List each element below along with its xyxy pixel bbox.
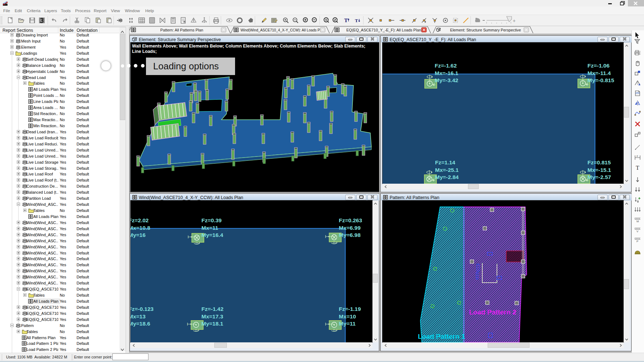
svg-text:P: P (636, 240, 638, 243)
svg-text:Load Pattern 2: Load Pattern 2 (469, 308, 516, 316)
svg-text:Element: Structure Summary Per: Element: Structure Summary Perspective (450, 28, 521, 32)
svg-text:Fz=-1.62: Fz=-1.62 (435, 63, 457, 69)
svg-text:Fz=-1.06: Fz=-1.06 (587, 63, 610, 69)
svg-text:M: M (636, 220, 639, 223)
svg-text:Mx=6.99: Mx=6.99 (339, 225, 361, 231)
svg-text:My=-2.84: My=-2.84 (435, 174, 459, 180)
svg-text:Fz=-1.19: Fz=-1.19 (339, 306, 361, 312)
svg-text:Fz=2.02: Fz=2.02 (131, 217, 148, 223)
svg-text:My=-2.57: My=-2.57 (587, 174, 611, 180)
svg-text:My=6.98: My=6.98 (339, 232, 361, 238)
svg-text:My=18.6: My=18.6 (131, 321, 150, 327)
svg-text:Mx=10.8: Mx=10.8 (131, 225, 150, 231)
svg-text:T: T (344, 18, 348, 23)
svg-text:Fz=-1.42: Fz=-1.42 (201, 306, 224, 312)
svg-text:Fz=0.39: Fz=0.39 (201, 217, 222, 223)
svg-text:Mx=10: Mx=10 (339, 313, 356, 319)
svg-text:Fz=-0.123: Fz=-0.123 (131, 306, 154, 312)
svg-text:Pattern: All Patterns Plan: Pattern: All Patterns Plan (160, 28, 203, 32)
svg-text:d: d (636, 155, 638, 157)
svg-text:Fz=0.263: Fz=0.263 (339, 217, 362, 223)
svg-text:My=11: My=11 (339, 321, 356, 327)
svg-text:Mx=-25.1: Mx=-25.1 (435, 167, 459, 173)
svg-text:My=16: My=16 (131, 232, 146, 238)
svg-text:My=16.4: My=16.4 (201, 232, 223, 238)
svg-text:Mx=-16.1: Mx=-16.1 (435, 70, 458, 76)
svg-text:My=-0.815: My=-0.815 (587, 77, 614, 83)
svg-text:T: T (355, 18, 358, 23)
svg-text:Fz=1.14: Fz=1.14 (435, 159, 455, 165)
svg-text:V: V (636, 230, 639, 233)
svg-text:Mx=-11.4: Mx=-11.4 (587, 70, 611, 76)
svg-text:Mx=17.3: Mx=17.3 (201, 313, 223, 319)
svg-text:Fz=0.815: Fz=0.815 (587, 159, 611, 165)
svg-text:My=-3.42: My=-3.42 (435, 77, 458, 83)
svg-text:Wind(Wind_ASCE710_4_X-Y_CCW):: Wind(Wind_ASCE710_4_X-Y_CCW): All Loads … (240, 28, 325, 32)
svg-text:T: T (636, 165, 639, 171)
svg-text:Mx=13: Mx=13 (131, 313, 146, 319)
svg-text:Line Loads;: Line Loads; (132, 49, 157, 54)
svg-text:Wall Elements Above; Wall Elem: Wall Elements Above; Wall Elements Below… (132, 44, 365, 49)
svg-text:Mx=11: Mx=11 (201, 225, 218, 231)
svg-text:EQ(EQ_ASCE710_Y_-E_F): All Loa: EQ(EQ_ASCE710_Y_-E_F): All Loads Plan (346, 28, 421, 32)
svg-text:Load Pattern 1: Load Pattern 1 (418, 333, 465, 340)
svg-text:Mx=-15.1: Mx=-15.1 (587, 167, 611, 173)
svg-text:My=18.1: My=18.1 (201, 321, 223, 327)
